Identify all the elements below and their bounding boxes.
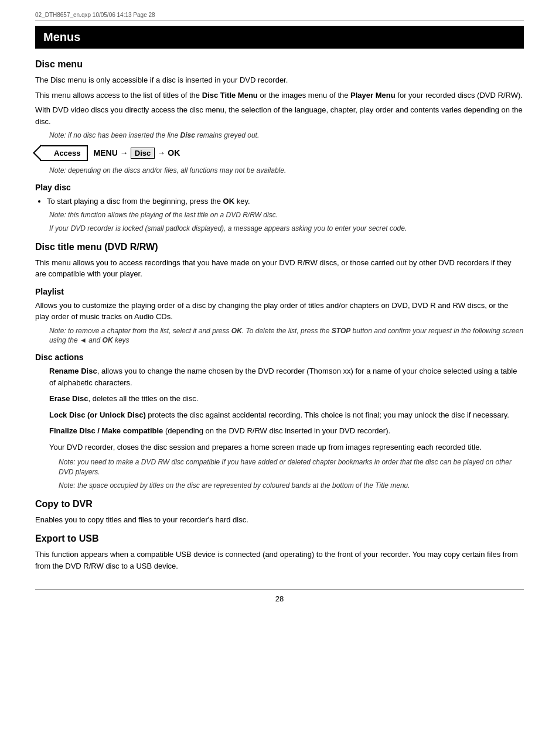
file-info: 02_DTH8657_en.qxp 10/05/06 14:13 Page 28	[35, 12, 155, 18]
disc-menu-note2: Note: depending on the discs and/or file…	[49, 166, 524, 176]
disc-menu-para1: The Disc menu is only accessible if a di…	[35, 74, 524, 86]
disc-actions-note1: Note: you need to make a DVD RW disc com…	[59, 457, 524, 477]
disc-title-menu-heading: Disc title menu (DVD R/RW)	[35, 242, 524, 252]
play-disc-heading: Play disc	[35, 183, 524, 192]
disc-menu-note1: Note: if no disc has been inserted the l…	[49, 131, 524, 141]
disc-menu-para3: With DVD video discs you directly access…	[35, 104, 524, 127]
lock-disc-item: Lock Disc (or Unlock Disc) protects the …	[49, 409, 524, 421]
access-menu-nav: Access MENU → Disc → OK	[40, 145, 524, 161]
disc-actions-note2: Note: the space occupied by titles on th…	[59, 481, 524, 491]
page-footer: 28	[35, 589, 524, 603]
copy-to-dvr-para1: Enables you to copy titles and files to …	[35, 514, 524, 526]
export-to-usb-para1: This function appears when a compatible …	[35, 549, 524, 572]
play-disc-item1: To start playing a disc from the beginni…	[47, 196, 524, 207]
erase-disc-item: Erase Disc, deletes all the titles on th…	[49, 393, 524, 405]
your-dvd-item: Your DVD recorder, closes the disc sessi…	[49, 442, 524, 453]
play-disc-list: To start playing a disc from the beginni…	[47, 196, 524, 207]
page-number: 28	[275, 594, 284, 603]
playlist-note1: Note: to remove a chapter from the list,…	[49, 326, 524, 346]
rename-disc-item: Rename Disc, allows you to change the na…	[49, 365, 524, 388]
disc-menu-heading: Disc menu	[35, 59, 524, 70]
play-disc-note1: Note: this function allows the playing o…	[49, 210, 524, 220]
export-to-usb-heading: Export to USB	[35, 533, 524, 544]
copy-to-dvr-heading: Copy to DVR	[35, 499, 524, 509]
finalize-disc-item: Finalize Disc / Make compatible (dependi…	[49, 425, 524, 437]
playlist-heading: Playlist	[35, 287, 524, 296]
playlist-para1: Allows you to customize the playing orde…	[35, 300, 524, 323]
play-disc-note2: If your DVD recorder is locked (small pa…	[49, 224, 524, 234]
access-arrow: Access	[40, 145, 88, 161]
menu-nav: MENU → Disc → OK	[94, 148, 180, 159]
page-header: 02_DTH8657_en.qxp 10/05/06 14:13 Page 28	[35, 12, 524, 21]
page-title: Menus	[35, 26, 524, 49]
disc-title-menu-para1: This menu allows you to access recording…	[35, 257, 524, 280]
disc-actions-heading: Disc actions	[35, 353, 524, 362]
disc-menu-para2: This menu allows access to the list of t…	[35, 90, 524, 101]
